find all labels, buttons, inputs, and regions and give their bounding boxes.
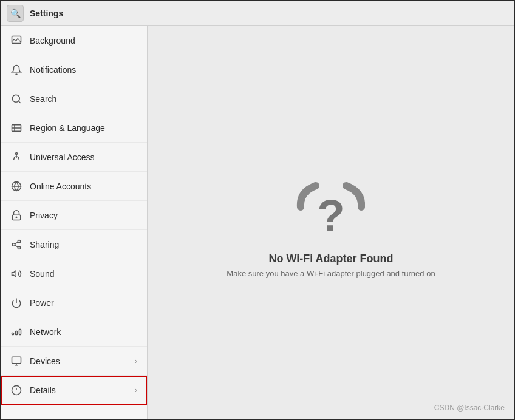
titlebar: 🔍 Settings [1,1,514,26]
svg-point-1 [12,95,19,102]
search-button[interactable]: 🔍 [7,5,24,22]
svg-rect-19 [19,329,21,334]
sidebar-item-network[interactable]: Network [1,317,147,347]
svg-line-2 [18,101,20,103]
sidebar-item-sharing[interactable]: Sharing [1,230,147,259]
main-layout: Background Notifications Search Region &… [1,26,514,419]
svg-text:?: ? [317,190,345,241]
sidebar-label-notifications: Notifications [30,65,137,75]
svg-marker-15 [12,270,16,277]
sidebar-label-sharing: Sharing [30,240,137,249]
power-icon [10,297,22,309]
svg-point-6 [16,152,18,154]
sidebar-label-network: Network [30,327,137,337]
sidebar-item-devices[interactable]: Devices › [1,347,147,376]
sidebar-label-region-language: Region & Language [30,123,137,133]
svg-rect-17 [12,333,14,334]
wifi-question-svg: ? [282,171,380,249]
settings-window: 🔍 Settings Background Notifications [0,0,515,420]
sidebar-label-online-accounts: Online Accounts [30,181,137,191]
svg-point-12 [18,246,21,249]
sidebar-item-privacy[interactable]: Privacy [1,201,147,230]
sidebar-item-notifications[interactable]: Notifications [1,55,147,84]
window-title: Settings [30,8,63,18]
svg-rect-18 [16,331,18,334]
background-icon [10,35,22,47]
svg-point-11 [12,243,15,246]
svg-rect-20 [12,357,21,364]
sidebar-item-search[interactable]: Search [1,84,147,113]
sidebar-label-details: Details [30,385,135,395]
sidebar-label-search: Search [30,94,137,104]
wifi-illustration: ? [282,168,380,252]
svg-point-9 [16,217,17,218]
no-wifi-title: No Wi-Fi Adapter Found [268,252,393,265]
sidebar-item-power[interactable]: Power [1,288,147,317]
sidebar-label-background: Background [30,36,137,46]
online-accounts-icon [10,180,22,192]
devices-arrow-icon: › [135,357,137,365]
svg-line-13 [15,245,18,247]
no-wifi-subtitle: Make sure you have a Wi-Fi adapter plugg… [227,269,435,278]
details-icon [10,384,22,396]
sidebar-item-background[interactable]: Background [1,26,147,55]
sidebar-item-details[interactable]: Details › [1,376,147,405]
sidebar-label-sound: Sound [30,269,137,279]
sidebar-item-online-accounts[interactable]: Online Accounts [1,172,147,201]
details-arrow-icon: › [135,386,137,395]
universal-access-icon [10,151,22,163]
svg-line-14 [15,242,18,243]
sidebar-label-universal-access: Universal Access [30,152,137,162]
sidebar-item-universal-access[interactable]: Universal Access [1,143,147,172]
sidebar-item-sound[interactable]: Sound [1,259,147,288]
svg-point-10 [18,240,21,243]
no-wifi-container: ? No Wi-Fi Adapter Found Make sure you h… [227,168,435,278]
watermark: CSDN @Issac-Clarke [434,404,505,412]
sharing-icon [10,239,22,251]
network-icon [10,326,22,338]
sound-icon [10,268,22,280]
sidebar-label-privacy: Privacy [30,211,137,220]
sidebar-item-region-language[interactable]: Region & Language [1,113,147,143]
region-language-icon [10,122,22,134]
search-icon: 🔍 [10,8,21,18]
devices-icon [10,355,22,367]
sidebar-label-devices: Devices [30,356,135,366]
privacy-icon [10,209,22,222]
sidebar: Background Notifications Search Region &… [1,26,148,419]
notifications-icon [10,64,22,76]
sidebar-label-power: Power [30,298,137,308]
main-panel: ? No Wi-Fi Adapter Found Make sure you h… [148,26,514,419]
search-nav-icon [10,93,22,105]
